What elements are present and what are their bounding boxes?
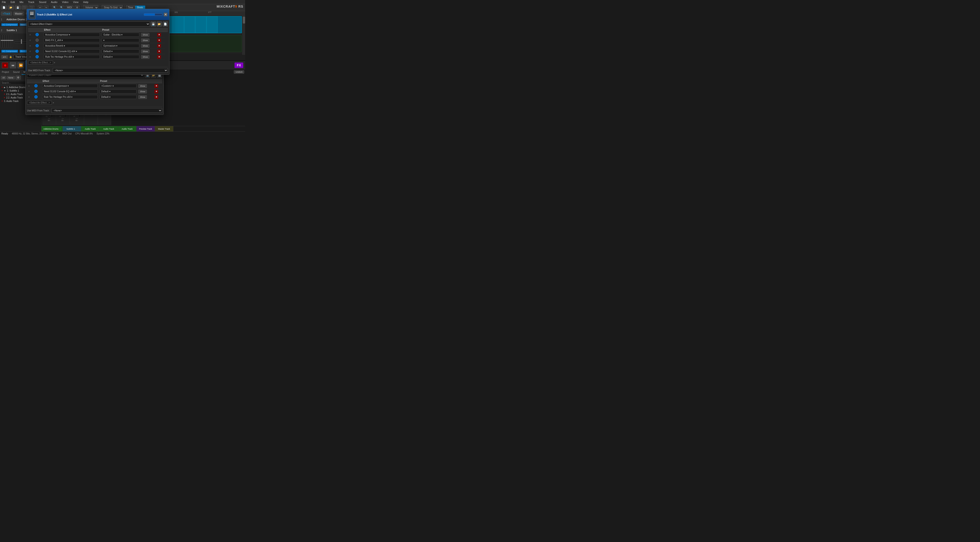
track-chip-preview[interactable]: Preview Track	[137, 126, 155, 131]
add-track-btn[interactable]: +Track	[1, 12, 12, 16]
new-btn[interactable]: 📄	[1, 6, 7, 10]
select-effect-btn-2[interactable]: <Select An Effect...>	[27, 101, 52, 105]
effect-name-2-1[interactable]: Acoustica Compressor ▾	[42, 84, 98, 88]
submix-h-fader-2[interactable]	[14, 42, 28, 43]
effect-preset-1-1[interactable]: Guitar - Electrika ▾	[102, 33, 139, 37]
effect-name-1-2[interactable]: BIAS FX 2_x64 ▾	[44, 38, 100, 42]
power-2-1[interactable]	[34, 84, 38, 88]
fx-big-btn[interactable]: FX	[234, 62, 243, 68]
track-chip-audio-1[interactable]: Audio Track	[81, 126, 100, 131]
del-btn-2-2[interactable]: ✕	[154, 90, 158, 93]
tab-sound[interactable]: Sound	[11, 70, 22, 75]
timeline-scrollbar[interactable]	[242, 16, 245, 55]
power-1-1[interactable]	[35, 33, 39, 36]
effect-modal-1-close-btn[interactable]: ✕	[164, 13, 167, 16]
effect-name-1-3[interactable]: Acoustica Reverb ▾	[44, 44, 100, 48]
effect-name-2-2[interactable]: Need 31102 Console EQ x64 ▾	[42, 89, 98, 93]
drag-2-2[interactable]: ≡	[28, 90, 30, 93]
drag-1-3[interactable]: ≡	[29, 45, 31, 47]
del-btn-1-2[interactable]: ✕	[157, 38, 161, 42]
filter-all-btn[interactable]: All	[1, 76, 6, 79]
drag-2-3[interactable]: ≡	[28, 96, 30, 98]
menu-edit[interactable]: Edit	[10, 0, 16, 4]
undock-btn[interactable]: Undock	[234, 70, 244, 73]
submix-fader-3[interactable]	[5, 34, 6, 48]
track-chip-audio-2[interactable]: Audio Track	[100, 126, 118, 131]
submix-fader-6[interactable]	[11, 34, 13, 48]
del-btn-1-5[interactable]: ✕	[157, 55, 161, 59]
show-btn-1-4[interactable]: Show	[141, 49, 150, 53]
effect-chain-select-1[interactable]: <Select Effect Chain>	[28, 21, 150, 27]
track-chip-submix[interactable]: SubMix 1 −	[63, 126, 81, 131]
menu-view[interactable]: View	[72, 0, 80, 4]
arm-toggle-btn[interactable]: arm	[2, 55, 8, 59]
record-btn[interactable]: ⏺	[2, 62, 8, 68]
midi-select-1[interactable]: <None>	[53, 68, 168, 73]
drag-1-5[interactable]: ≡	[29, 56, 31, 58]
show-btn-1-5[interactable]: Show	[141, 55, 150, 59]
menu-track[interactable]: Track	[27, 0, 35, 4]
menu-mix[interactable]: Mix	[19, 0, 24, 4]
submix-h-fader-1[interactable]	[14, 40, 28, 41]
power-1-3[interactable]	[35, 44, 39, 47]
effect-preset-1-4[interactable]: Default ▾	[102, 49, 139, 53]
effect-name-2-3[interactable]: Rule Tec Heritage Pro x64 ▾	[42, 95, 98, 99]
power-1-5[interactable]	[35, 55, 39, 58]
effect-name-1-4[interactable]: Need 31102 Console EQ x64 ▾	[44, 49, 100, 53]
tab-project[interactable]: Project	[0, 70, 11, 75]
effect-preset-2-3[interactable]: Default ▾	[100, 95, 137, 99]
effect-preset-1-2[interactable]: ▾	[102, 38, 139, 42]
show-btn-1-1[interactable]: Show	[141, 33, 150, 37]
drag-1-4[interactable]: ≡	[29, 50, 31, 53]
del-btn-2-1[interactable]: ✕	[154, 84, 158, 88]
drag-1-2[interactable]: ≡	[29, 39, 31, 41]
track-chip-audio-3[interactable]: Audio Track	[118, 126, 137, 131]
filter-settings-btn[interactable]: ⚙	[16, 76, 21, 80]
effect-name-1-5[interactable]: Rule Tec Heritage Pro x64 ▾	[44, 55, 100, 59]
track-chip-addictive[interactable]: Addictive Drums +	[41, 126, 63, 131]
menu-audio[interactable]: Audio	[50, 0, 58, 4]
rewind-btn[interactable]: ⏪	[18, 62, 24, 68]
track-1-fx-1[interactable]: AC Compressor	[2, 23, 18, 26]
show-btn-1-2[interactable]: Show	[141, 38, 150, 42]
show-btn-2-1[interactable]: Show	[138, 84, 147, 88]
submix-fader-5[interactable]	[9, 34, 11, 48]
effect-preset-2-2[interactable]: Default ▾	[100, 89, 137, 93]
chain-new-btn-1[interactable]: 📄	[163, 21, 168, 27]
midi-select-2[interactable]: <None>	[52, 108, 162, 113]
track-chip-master[interactable]: Master Track	[155, 126, 173, 131]
power-2-2[interactable]	[34, 90, 38, 93]
power-1-4[interactable]	[35, 49, 39, 53]
track-2-fx-1[interactable]: AC Compressor	[2, 50, 18, 53]
show-btn-2-2[interactable]: Show	[138, 90, 147, 93]
del-btn-1-3[interactable]: ✕	[157, 44, 161, 48]
effect-preset-1-3[interactable]: Gymnasium ▾	[102, 44, 139, 48]
chain-save-btn-1[interactable]: 💾	[151, 21, 156, 27]
goto-start-btn[interactable]: ⏮	[10, 62, 16, 68]
open-btn[interactable]: 📂	[8, 6, 14, 10]
menu-sound[interactable]: Sound	[38, 0, 47, 4]
show-btn-2-3[interactable]: Show	[138, 95, 147, 99]
power-2-3[interactable]	[34, 95, 38, 99]
effect-preset-2-1[interactable]: <Custom> ▾	[100, 84, 137, 88]
effect-name-1-1[interactable]: Acoustica Compressor ▾	[44, 33, 100, 37]
submix-fader-1[interactable]	[1, 34, 2, 48]
del-btn-1-4[interactable]: ✕	[157, 49, 161, 53]
filter-none-btn[interactable]: None	[7, 76, 15, 79]
master-btn[interactable]: Master	[13, 12, 24, 16]
submix-fader-4[interactable]	[7, 34, 8, 48]
save-btn[interactable]: 💾	[15, 6, 21, 10]
submix-fader-2[interactable]	[3, 34, 5, 48]
menu-file[interactable]: File	[1, 0, 7, 4]
drag-1-1[interactable]: ≡	[29, 33, 31, 36]
show-btn-1-3[interactable]: Show	[141, 44, 150, 48]
drag-2-1[interactable]: ≡	[28, 84, 30, 87]
chain-load-btn-1[interactable]: 📂	[157, 21, 162, 27]
menu-video[interactable]: Video	[61, 0, 69, 4]
effect-preset-1-5[interactable]: Default ▾	[102, 55, 139, 59]
del-btn-2-3[interactable]: ✕	[154, 95, 158, 99]
menu-help[interactable]: Help	[82, 0, 89, 4]
del-btn-1-1[interactable]: ✕	[157, 33, 161, 37]
select-effect-btn-1[interactable]: <Select An Effect...>	[28, 61, 53, 65]
scrollbar-thumb[interactable]	[243, 17, 245, 24]
